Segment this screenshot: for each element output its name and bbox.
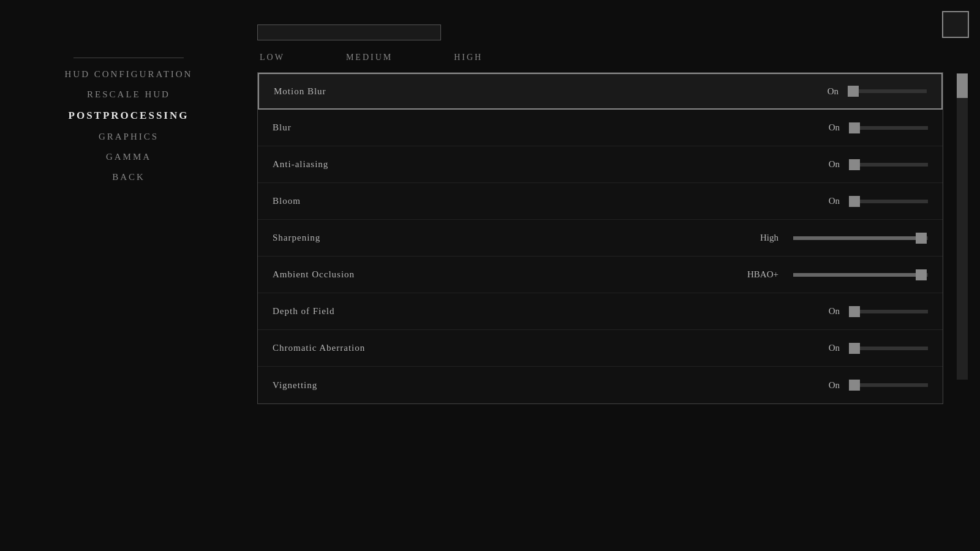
setting-value-depth-of-field: On [803,306,840,317]
sidebar-item-back[interactable]: BACK [112,172,145,182]
scrollbar-track[interactable] [957,73,968,380]
slider-track-blur[interactable] [854,126,928,130]
setting-value-motion-blur: On [802,86,839,97]
slider-track-ambient-occlusion[interactable] [793,273,928,277]
sidebar-divider [74,58,184,58]
setting-row-ambient-occlusion[interactable]: Ambient OcclusionHBAO+ [258,257,943,293]
setting-name-ambient-occlusion: Ambient Occlusion [273,269,742,280]
sidebar-item-hud-configuration[interactable]: HUD CONFIGURATION [65,69,193,80]
sidebar: HUD CONFIGURATIONRESCALE HUDPOSTPROCESSI… [0,0,257,551]
slider-track-vignetting[interactable] [854,383,928,387]
main-content: LOWMEDIUMHIGH Motion BlurOnBlurOnAnti-al… [257,24,943,527]
preset-level-high[interactable]: HIGH [454,53,483,62]
preset-level-low[interactable]: LOW [260,53,285,62]
setting-name-sharpening: Sharpening [273,233,742,243]
presets-bar[interactable] [257,24,441,40]
setting-name-vignetting: Vignetting [273,380,803,391]
slider-track-chromatic-aberration[interactable] [854,347,928,350]
close-button[interactable] [942,11,969,38]
slider-fill-ambient-occlusion [793,273,921,277]
setting-row-vignetting[interactable]: VignettingOn [258,367,943,403]
setting-row-depth-of-field[interactable]: Depth of FieldOn [258,293,943,330]
sidebar-item-rescale-hud[interactable]: RESCALE HUD [87,89,170,100]
setting-name-depth-of-field: Depth of Field [273,306,803,317]
preset-levels: LOWMEDIUMHIGH [257,53,943,62]
setting-value-anti-aliasing: On [803,159,840,170]
slider-thumb-vignetting[interactable] [849,380,860,391]
setting-row-sharpening[interactable]: SharpeningHigh [258,220,943,257]
setting-row-anti-aliasing[interactable]: Anti-aliasingOn [258,146,943,183]
slider-fill-sharpening [793,236,921,240]
slider-thumb-chromatic-aberration[interactable] [849,343,860,354]
sidebar-item-postprocessing[interactable]: POSTPROCESSING [69,110,189,122]
slider-thumb-depth-of-field[interactable] [849,306,860,317]
scrollbar-thumb[interactable] [957,73,968,98]
slider-thumb-bloom[interactable] [849,196,860,207]
setting-value-chromatic-aberration: On [803,343,840,353]
setting-value-sharpening: High [742,233,778,243]
slider-thumb-motion-blur[interactable] [848,86,859,97]
sidebar-item-gamma[interactable]: GAMMA [106,152,151,162]
setting-name-motion-blur: Motion Blur [274,86,802,97]
slider-track-depth-of-field[interactable] [854,310,928,313]
setting-value-blur: On [803,122,840,133]
setting-name-anti-aliasing: Anti-aliasing [273,159,803,170]
setting-value-vignetting: On [803,380,840,391]
sidebar-item-graphics[interactable]: GRAPHICS [99,132,159,142]
slider-track-bloom[interactable] [854,200,928,203]
setting-name-chromatic-aberration: Chromatic Aberration [273,343,803,353]
setting-name-blur: Blur [273,122,803,133]
setting-row-motion-blur[interactable]: Motion BlurOn [258,73,943,110]
slider-track-motion-blur[interactable] [853,89,927,93]
preset-level-medium[interactable]: MEDIUM [346,53,393,62]
setting-row-bloom[interactable]: BloomOn [258,183,943,220]
setting-row-blur[interactable]: BlurOn [258,110,943,146]
slider-thumb-sharpening[interactable] [916,233,927,244]
sidebar-nav: HUD CONFIGURATIONRESCALE HUDPOSTPROCESSI… [0,69,257,182]
setting-value-ambient-occlusion: HBAO+ [742,269,778,280]
logo-area [124,24,134,34]
setting-name-bloom: Bloom [273,196,803,206]
setting-row-chromatic-aberration[interactable]: Chromatic AberrationOn [258,330,943,367]
setting-value-bloom: On [803,196,840,206]
slider-track-sharpening[interactable] [793,236,928,240]
slider-thumb-anti-aliasing[interactable] [849,159,860,170]
slider-thumb-blur[interactable] [849,122,860,133]
settings-list: Motion BlurOnBlurOnAnti-aliasingOnBloomO… [257,72,943,404]
slider-track-anti-aliasing[interactable] [854,163,928,167]
slider-thumb-ambient-occlusion[interactable] [916,269,927,280]
